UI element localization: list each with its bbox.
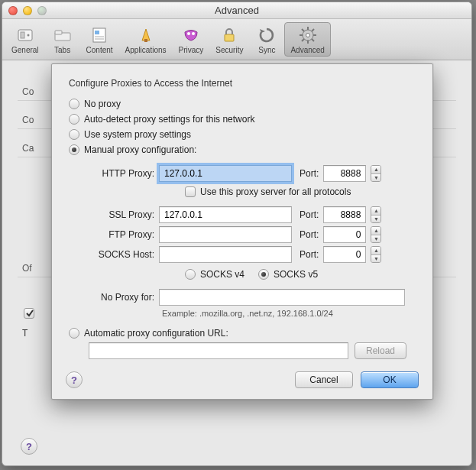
radio-icon	[69, 114, 79, 125]
toolbar-privacy[interactable]: Privacy	[173, 22, 210, 57]
auto-config-url-input[interactable]	[89, 342, 348, 359]
radio-socks-v5[interactable]: SOCKS v5	[258, 269, 318, 280]
svg-point-2	[27, 34, 29, 37]
svg-line-19	[302, 29, 304, 31]
toolbar-tabs[interactable]: Tabs	[45, 22, 80, 57]
svg-line-20	[312, 39, 314, 41]
ssl-port-stepper[interactable]: ▲▼	[371, 206, 381, 223]
applications-icon	[135, 24, 157, 46]
proxy-config-sheet: Configure Proxies to Access the Internet…	[51, 63, 433, 400]
svg-rect-6	[95, 31, 99, 34]
sheet-help-button[interactable]: ?	[66, 371, 83, 388]
radio-icon	[69, 144, 79, 155]
socks-host-input[interactable]	[159, 246, 292, 263]
window-title: Advanced	[2, 5, 471, 16]
sync-icon	[256, 24, 277, 46]
socks-port-stepper[interactable]: ▲▼	[371, 246, 381, 263]
radio-label: Auto-detect proxy settings for this netw…	[84, 114, 254, 125]
mask-icon	[180, 24, 202, 46]
svg-rect-9	[144, 39, 147, 42]
switch-icon	[15, 24, 36, 46]
toolbar-label: Privacy	[179, 46, 204, 54]
svg-point-11	[192, 32, 195, 35]
radio-icon	[69, 99, 79, 109]
port-label: Port:	[300, 209, 319, 220]
toolbar-label: Advanced	[290, 46, 324, 54]
use-for-all-label: Use this proxy server for all protocols	[200, 186, 351, 197]
radio-no-proxy[interactable]: No proxy	[66, 96, 419, 112]
radio-system-proxy[interactable]: Use system proxy settings	[66, 127, 419, 142]
radio-auto-config-url[interactable]: Automatic proxy configuration URL:	[66, 326, 419, 341]
help-button[interactable]: ?	[21, 438, 37, 455]
svg-line-22	[312, 29, 314, 31]
ssl-proxy-host-input[interactable]	[159, 206, 292, 223]
http-proxy-port-input[interactable]	[323, 165, 366, 182]
lock-icon	[219, 24, 240, 46]
toolbar-label: General	[11, 46, 39, 54]
toolbar-applications[interactable]: Applications	[119, 22, 173, 57]
no-proxy-example: Example: .mozilla.org, .net.nz, 192.168.…	[66, 306, 419, 326]
titlebar: Advanced	[2, 2, 471, 19]
http-proxy-label: HTTP Proxy:	[89, 168, 154, 179]
sheet-heading: Configure Proxies to Access the Internet	[66, 78, 419, 89]
ssl-proxy-port-input[interactable]	[323, 206, 366, 223]
svg-line-21	[302, 39, 304, 41]
radio-label: SOCKS v4	[200, 269, 244, 280]
toolbar-label: Applications	[125, 46, 167, 54]
toolbar-advanced[interactable]: Advanced	[284, 22, 330, 57]
radio-label: Manual proxy configuration:	[84, 144, 196, 155]
svg-rect-4	[55, 31, 62, 34]
radio-icon	[69, 328, 79, 339]
preferences-toolbar: General Tabs Content Applications Privac…	[2, 19, 471, 60]
tabs-icon	[52, 24, 73, 46]
svg-point-10	[187, 32, 190, 35]
toolbar-security[interactable]: Security	[209, 22, 249, 57]
toolbar-label: Tabs	[54, 46, 70, 54]
radio-auto-detect[interactable]: Auto-detect proxy settings for this netw…	[66, 112, 419, 127]
ftp-proxy-host-input[interactable]	[159, 226, 292, 243]
radio-icon	[258, 269, 269, 280]
toolbar-general[interactable]: General	[5, 22, 45, 57]
http-port-stepper[interactable]: ▲▼	[371, 165, 381, 182]
no-proxy-for-input[interactable]	[159, 289, 405, 306]
svg-rect-1	[21, 32, 24, 38]
toolbar-label: Sync	[258, 46, 275, 54]
port-label: Port:	[300, 249, 319, 260]
ftp-port-stepper[interactable]: ▲▼	[371, 226, 381, 243]
port-label: Port:	[300, 168, 319, 179]
cancel-button[interactable]: Cancel	[295, 371, 353, 388]
radio-icon	[69, 129, 79, 140]
port-label: Port:	[300, 229, 319, 240]
svg-point-14	[306, 34, 309, 37]
preferences-window: Advanced General Tabs Content Applicatio…	[2, 2, 472, 466]
socks-port-input[interactable]	[323, 246, 366, 263]
radio-label: Use system proxy settings	[84, 129, 191, 140]
toolbar-label: Security	[215, 46, 243, 54]
svg-rect-5	[93, 28, 105, 42]
no-proxy-for-label: No Proxy for:	[72, 292, 154, 303]
toolbar-sync[interactable]: Sync	[249, 22, 284, 57]
ftp-proxy-port-input[interactable]	[323, 226, 366, 243]
radio-label: No proxy	[84, 99, 121, 109]
socks-host-label: SOCKS Host:	[89, 249, 154, 260]
manual-proxy-grid: HTTP Proxy: Port: ▲▼ Use this proxy serv…	[66, 157, 419, 284]
gear-icon	[297, 24, 319, 46]
toolbar-content[interactable]: Content	[80, 22, 119, 57]
radio-manual-proxy[interactable]: Manual proxy configuration:	[66, 142, 419, 157]
toolbar-label: Content	[86, 46, 113, 54]
bg-checkbox[interactable]	[24, 308, 34, 319]
radio-label: Automatic proxy configuration URL:	[84, 328, 228, 339]
svg-rect-12	[225, 34, 234, 41]
ok-button[interactable]: OK	[361, 371, 419, 388]
reload-button[interactable]: Reload	[355, 342, 406, 359]
ftp-proxy-label: FTP Proxy:	[89, 229, 154, 240]
http-proxy-host-input[interactable]	[159, 165, 292, 182]
ssl-proxy-label: SSL Proxy:	[89, 209, 154, 220]
radio-socks-v4[interactable]: SOCKS v4	[185, 269, 244, 280]
radio-icon	[185, 269, 196, 280]
content-icon	[89, 24, 110, 46]
use-for-all-checkbox[interactable]	[185, 186, 196, 197]
radio-label: SOCKS v5	[274, 269, 318, 280]
